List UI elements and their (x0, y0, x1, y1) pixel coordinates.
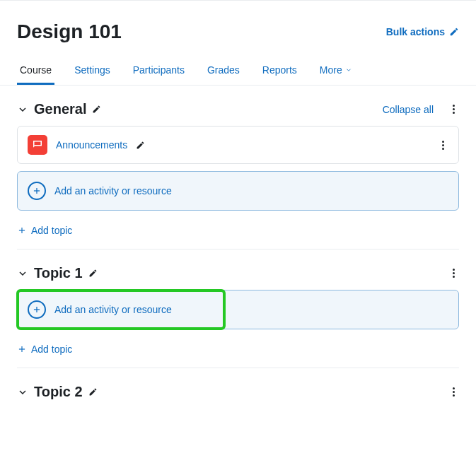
section-title-text: General (34, 101, 86, 117)
activity-name[interactable]: Announcements (56, 139, 127, 151)
tab-grades[interactable]: Grades (204, 57, 243, 85)
add-activity-row: Add an activity or resource (17, 290, 459, 329)
add-activity-button[interactable]: Add an activity or resource (18, 290, 224, 329)
tab-settings[interactable]: Settings (71, 57, 113, 85)
tab-reports[interactable]: Reports (260, 57, 300, 85)
collapse-all-link[interactable]: Collapse all (383, 104, 434, 115)
add-topic-link[interactable]: Add topic (17, 329, 459, 368)
plus-icon (17, 344, 27, 354)
chevron-down-icon (345, 66, 352, 74)
kebab-icon[interactable] (448, 387, 459, 398)
plus-icon (17, 225, 27, 235)
kebab-icon[interactable] (448, 268, 459, 279)
section-title: Topic 1 (34, 265, 98, 281)
course-tabs: Course Settings Participants Grades Repo… (0, 57, 476, 86)
section-title: Topic 2 (34, 384, 98, 400)
activity-card[interactable]: Announcements (17, 126, 459, 164)
chevron-down-icon[interactable] (17, 387, 28, 398)
chevron-down-icon[interactable] (17, 268, 28, 279)
section-title-text: Topic 1 (34, 265, 83, 281)
add-topic-label: Add topic (31, 225, 72, 236)
course-title: Design 101 (17, 20, 122, 43)
tab-participants[interactable]: Participants (130, 57, 187, 85)
section-topic-1: Topic 1 Add an activity or resource Add … (0, 249, 476, 368)
kebab-icon[interactable] (437, 139, 448, 151)
pencil-icon (449, 27, 459, 37)
section-title: General (34, 101, 101, 117)
add-topic-label: Add topic (31, 344, 72, 355)
plus-circle-icon (28, 300, 46, 319)
section-general: General Collapse all Announcements (0, 86, 476, 249)
kebab-icon[interactable] (448, 104, 459, 115)
pencil-icon[interactable] (136, 141, 145, 150)
add-activity-button[interactable]: Add an activity or resource (17, 171, 459, 211)
add-activity-label: Add an activity or resource (54, 185, 172, 196)
pencil-icon[interactable] (88, 269, 98, 278)
tab-course[interactable]: Course (17, 57, 54, 85)
tab-more-label: More (320, 64, 342, 76)
chevron-down-icon[interactable] (17, 104, 28, 115)
plus-circle-icon (28, 182, 46, 200)
forum-icon (28, 135, 47, 155)
bulk-actions-link[interactable]: Bulk actions (386, 26, 459, 37)
pencil-icon[interactable] (88, 387, 98, 397)
section-title-text: Topic 2 (34, 384, 83, 400)
bulk-actions-label: Bulk actions (386, 26, 445, 37)
tab-more[interactable]: More (317, 57, 355, 85)
add-activity-label: Add an activity or resource (54, 304, 172, 315)
add-topic-link[interactable]: Add topic (17, 211, 459, 249)
section-topic-2: Topic 2 (0, 368, 476, 409)
pencil-icon[interactable] (92, 105, 101, 114)
